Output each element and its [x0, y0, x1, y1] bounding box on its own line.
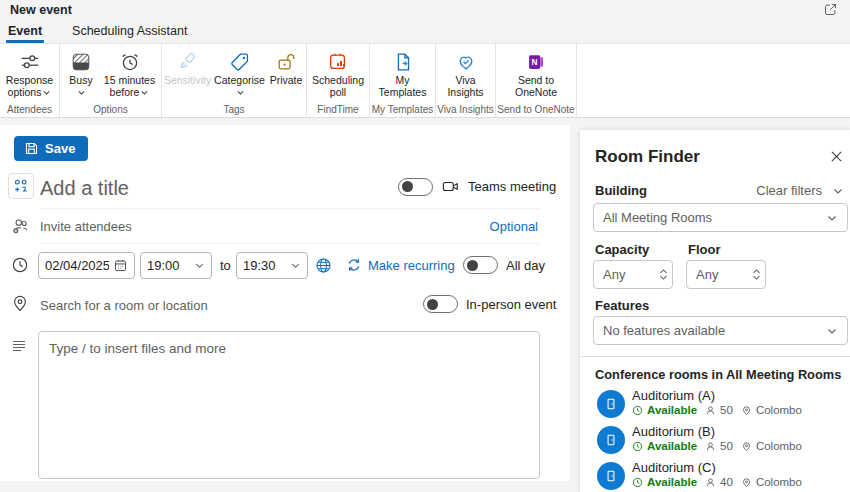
room-list-item[interactable]: Auditorium (C) Available 40 Colombo [593, 460, 848, 492]
location-pin-icon [741, 441, 752, 452]
features-dropdown[interactable]: No features available [593, 316, 848, 345]
room-finder-title: Room Finder [595, 147, 700, 167]
room-location-input[interactable] [40, 298, 370, 313]
template-doc-icon [392, 49, 414, 75]
tab-event[interactable]: Event [6, 22, 44, 43]
brush-icon [177, 49, 199, 75]
save-button[interactable]: Save [14, 136, 88, 161]
room-avatar [597, 426, 625, 454]
room-name: Auditorium (B) [632, 424, 715, 439]
sensitivity-button: Sensitivity [164, 44, 211, 99]
open-in-new-window-icon[interactable] [823, 2, 838, 17]
sliders-icon [19, 49, 41, 75]
optional-attendees-link[interactable]: Optional [490, 219, 538, 234]
teams-meeting-toggle[interactable] [398, 178, 433, 196]
close-icon[interactable] [830, 150, 843, 163]
chevron-down-icon[interactable] [194, 260, 205, 271]
room-capacity: 50 [720, 404, 733, 416]
divider [40, 208, 540, 209]
ribbon-group-findtime: Scheduling poll FindTime [307, 44, 370, 117]
location-pin-icon [10, 293, 30, 313]
calendar-icon[interactable] [113, 258, 128, 273]
room-finder-panel: Room Finder Building Clear filters All M… [580, 130, 850, 492]
send-to-onenote-button[interactable]: N Send to OneNote [498, 44, 574, 98]
room-meta: Available 50 Colombo [632, 404, 802, 416]
teams-meeting-label: Teams meeting [468, 179, 556, 194]
ribbon-group-viva-insights: Viva Insights Viva Insights [436, 44, 496, 117]
building-dropdown[interactable]: All Meeting Rooms [593, 203, 848, 232]
location-pin-icon [741, 405, 752, 416]
capacity-input[interactable] [603, 267, 645, 282]
room-name: Auditorium (C) [632, 460, 716, 475]
building-label: Building [595, 183, 647, 198]
room-meta: Available 40 Colombo [632, 476, 802, 488]
chevron-down-icon [140, 87, 149, 99]
chevron-down-icon[interactable] [832, 185, 844, 197]
all-day-label: All day [506, 258, 545, 273]
divider [40, 243, 540, 244]
scheduling-poll-button[interactable]: Scheduling poll [309, 44, 367, 98]
chevron-down-icon [236, 87, 245, 99]
tab-scheduling-assistant[interactable]: Scheduling Assistant [70, 22, 189, 43]
room-capacity: 40 [720, 476, 733, 488]
chevron-down-icon [77, 87, 86, 99]
ribbon-group-tags: Sensitivity Categorise [162, 44, 307, 117]
room-meta: Available 50 Colombo [632, 440, 802, 452]
capacity-stepper[interactable] [593, 260, 673, 289]
reminder-button[interactable]: 15 minutes before [100, 44, 159, 99]
room-location: Colombo [756, 440, 802, 452]
all-day-toggle[interactable] [463, 256, 498, 274]
date-input[interactable] [45, 258, 109, 273]
categorise-button[interactable]: Categorise [211, 44, 268, 99]
room-list-item[interactable]: Auditorium (B) Available 50 Colombo [593, 424, 848, 458]
busy-status-button[interactable]: Busy [62, 44, 100, 99]
ribbon-group-label: Send to OneNote [496, 104, 576, 115]
private-button[interactable]: Private [268, 44, 304, 99]
floor-input[interactable] [696, 267, 738, 282]
response-options-button[interactable]: Response options [2, 44, 57, 99]
globe-icon[interactable] [314, 256, 333, 275]
stepper-arrows[interactable] [659, 268, 668, 281]
charm-picker-icon[interactable] [8, 173, 34, 199]
make-recurring-button[interactable]: Make recurring [346, 257, 455, 273]
door-icon [604, 397, 618, 411]
viva-insights-button[interactable]: Viva Insights [438, 44, 493, 98]
ribbon: Response options Attendees Busy [0, 43, 850, 118]
my-templates-button[interactable]: My Templates [372, 44, 433, 98]
viva-insights-icon [455, 49, 477, 75]
features-label: Features [595, 298, 649, 313]
title-input[interactable] [40, 173, 370, 203]
room-avatar [597, 390, 625, 418]
person-add-icon [10, 216, 30, 236]
busy-status-icon [70, 49, 92, 75]
onenote-icon: N [525, 49, 547, 75]
event-body-textarea[interactable] [38, 331, 540, 479]
end-time-field[interactable] [236, 252, 308, 279]
ribbon-tab-bar: Event Scheduling Assistant [0, 22, 850, 43]
start-time-input[interactable] [147, 258, 190, 273]
room-list-item[interactable]: Auditorium (A) Available 50 Colombo [593, 388, 848, 422]
person-icon [705, 441, 716, 452]
start-time-field[interactable] [140, 252, 212, 279]
chevron-down-icon[interactable] [290, 260, 301, 271]
end-time-input[interactable] [243, 258, 286, 273]
ribbon-group-label: Options [60, 104, 161, 115]
invite-attendees-input[interactable] [40, 219, 420, 234]
clear-filters-link[interactable]: Clear filters [756, 183, 822, 198]
features-value: No features available [603, 323, 826, 338]
door-icon [604, 433, 618, 447]
chevron-down-icon [42, 87, 51, 99]
door-icon [604, 469, 618, 483]
stepper-arrows[interactable] [752, 268, 761, 281]
room-status: Available [647, 440, 697, 452]
in-person-toggle[interactable] [423, 295, 458, 313]
ribbon-group-my-templates: My Templates My Templates [370, 44, 436, 117]
ribbon-group-label: Viva Insights [436, 104, 495, 115]
date-field[interactable] [38, 252, 135, 279]
person-icon [705, 405, 716, 416]
new-event-window: New event Event Scheduling Assistant [0, 0, 850, 492]
location-pin-icon [741, 477, 752, 488]
make-recurring-label: Make recurring [368, 258, 455, 273]
save-icon [24, 141, 39, 156]
floor-stepper[interactable] [686, 260, 766, 289]
